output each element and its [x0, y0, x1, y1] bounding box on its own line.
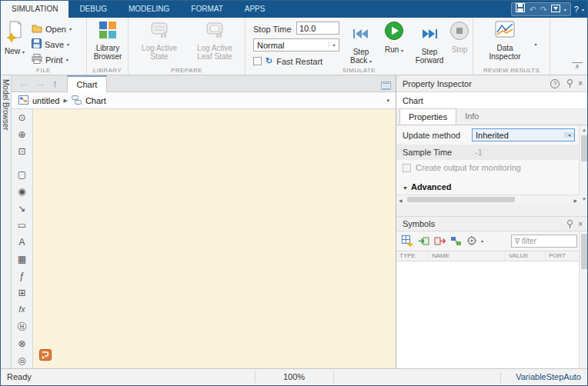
data-inspector-icon — [495, 21, 515, 42]
run-button[interactable]: Run ▾ — [381, 18, 407, 55]
scroll-down-icon[interactable]: ▼ — [580, 197, 588, 201]
panel-help-icon[interactable]: ? — [550, 79, 560, 88]
redo-icon[interactable]: ↷ — [540, 3, 547, 15]
update-method-select[interactable]: Inherited ▾ — [472, 128, 575, 141]
status-solver[interactable]: VariableStepAuto — [516, 369, 581, 385]
symbols-close-icon[interactable]: × — [578, 220, 583, 228]
add-output-data-icon[interactable] — [433, 235, 446, 248]
symbols-pin-icon[interactable] — [566, 220, 573, 228]
truth-table-icon[interactable]: ⊞ — [13, 285, 32, 301]
sample-time-value[interactable]: -1 — [475, 145, 483, 160]
chart-canvas[interactable] — [33, 109, 396, 370]
step-back-button[interactable]: Step Back ▾ — [346, 18, 376, 66]
stop-time-input[interactable] — [296, 22, 339, 35]
monitor-output-checkbox[interactable] — [403, 164, 411, 172]
scroll-right-icon[interactable]: ▶ — [573, 198, 577, 203]
breadcrumb-dropdown-icon[interactable]: ▾ — [386, 98, 389, 104]
panel-close-icon[interactable]: × — [578, 79, 583, 88]
editor-overview-icon[interactable] — [381, 79, 391, 93]
matlab-function-icon[interactable]: fx — [13, 301, 32, 318]
tab-apps[interactable]: APPS — [234, 1, 276, 18]
properties-hscroll-thumb[interactable] — [407, 197, 515, 202]
junction-x-icon[interactable]: ⊗ — [13, 335, 32, 352]
column-value[interactable]: VALUE — [506, 251, 546, 261]
toolbar-options-dropdown-icon[interactable]: ▾ — [582, 7, 584, 12]
properties-vscroll-thumb[interactable] — [581, 135, 588, 161]
nav-back-icon[interactable]: ← — [18, 78, 28, 89]
annotation-icon[interactable]: A — [13, 234, 32, 251]
status-divider — [255, 371, 256, 383]
properties-vertical-scrollbar[interactable]: ▲ ▼ — [579, 125, 588, 204]
entry-junction-icon[interactable]: ◎ — [13, 352, 32, 369]
junction-icon[interactable]: ◉ — [13, 183, 32, 200]
document-tab-chart[interactable]: Chart — [67, 75, 108, 92]
fast-restart-toggle[interactable]: ↻ Fast Restart — [253, 56, 322, 66]
explore-icon[interactable]: ⊙ — [13, 109, 32, 126]
nav-forward-icon[interactable]: → — [35, 78, 45, 89]
log-active-leaf-state-button[interactable]: Log Active Leaf State — [190, 18, 239, 61]
symbols-table-body[interactable] — [396, 261, 580, 370]
tab-info[interactable]: Info — [456, 108, 487, 125]
open-button[interactable]: Open▾ — [32, 22, 72, 35]
collapse-toolstrip-icon[interactable]: ∧ — [572, 62, 583, 72]
data-inspector-dropdown[interactable]: ▾ — [530, 35, 541, 50]
symbols-filter-input[interactable] — [522, 237, 566, 245]
status-zoom[interactable]: 100% — [283, 369, 305, 385]
tab-debug[interactable]: DEBUG — [68, 1, 118, 18]
save-button[interactable]: Save▾ — [32, 38, 69, 51]
symbols-view-dropdown-icon[interactable]: ▾ — [481, 238, 483, 244]
screenshot-icon[interactable] — [551, 3, 560, 15]
symbols-filter[interactable]: ∇ — [511, 235, 577, 248]
zoom-in-icon[interactable]: ⊕ — [13, 126, 32, 143]
fast-restart-checkbox[interactable] — [253, 57, 262, 65]
stateflow-palette: ⊙ ⊕ ⊡ ▢ ◉ ↘ ▭ A ▦ ƒ ⊞ fx Ⓗ ⊗ ◎ — [12, 109, 33, 370]
advanced-section-toggle[interactable]: ▼Advanced — [403, 182, 452, 191]
panel-pin-icon[interactable] — [566, 79, 573, 88]
tab-simulation[interactable]: SIMULATION — [1, 1, 68, 18]
simulation-mode-select[interactable]: Normal ▾ — [253, 38, 339, 52]
column-name[interactable]: NAME — [429, 251, 506, 261]
breadcrumb-chart[interactable]: Chart — [85, 96, 106, 105]
chart-badge-icon[interactable] — [39, 349, 52, 364]
section-review-results: Data Inspector ▾ REVIEW RESULTS — [473, 18, 550, 75]
state-icon[interactable]: ▢ — [13, 166, 32, 183]
tab-modeling[interactable]: MODELING — [118, 1, 180, 18]
stop-button[interactable]: Stop — [449, 18, 470, 54]
tab-format[interactable]: FORMAT — [180, 1, 233, 18]
column-port[interactable]: PORT — [546, 251, 580, 261]
panel-separator — [396, 204, 588, 216]
add-input-data-icon[interactable] — [416, 235, 430, 248]
fit-to-view-icon[interactable]: ⊡ — [13, 143, 32, 160]
add-local-data-icon[interactable] — [449, 235, 463, 248]
print-button[interactable]: Print▾ — [32, 53, 68, 66]
group-view-icon[interactable] — [465, 235, 479, 248]
data-inspector-button[interactable]: Data Inspector — [484, 18, 526, 61]
breadcrumb-model[interactable]: untitled — [32, 96, 59, 105]
image-icon[interactable]: ▦ — [13, 251, 32, 268]
properties-horizontal-scrollbar[interactable]: ◀ ▶ — [396, 195, 580, 204]
add-data-icon[interactable] — [400, 235, 414, 248]
save-icon[interactable] — [516, 3, 525, 15]
help-icon[interactable]: ? — [574, 3, 579, 15]
symbols-vertical-scrollbar[interactable] — [579, 231, 588, 370]
nav-up-icon[interactable]: ↑ — [52, 78, 58, 89]
undo-icon[interactable]: ↶ — [529, 3, 536, 15]
step-forward-button[interactable]: Step Forward — [412, 18, 447, 65]
default-transition-icon[interactable]: ↘ — [13, 200, 32, 217]
scroll-left-icon[interactable]: ◀ — [399, 198, 403, 203]
section-label-library: LIBRARY — [87, 67, 128, 74]
library-browser-button[interactable]: Library Browser — [89, 18, 126, 61]
log-active-state-button[interactable]: Log Active State — [135, 18, 184, 61]
new-button[interactable]: New ▾ — [2, 18, 27, 57]
tab-properties[interactable]: Properties — [399, 108, 456, 125]
toolstrip-ribbon: New ▾ Open▾ Save▾ Print▾ FILE — [1, 18, 587, 75]
library-browser-icon — [99, 21, 117, 42]
box-icon[interactable]: ▭ — [13, 217, 32, 234]
symbols-vscroll-thumb[interactable] — [581, 234, 588, 269]
scroll-up-icon[interactable]: ▲ — [580, 128, 588, 132]
screenshot-dropdown-icon[interactable]: ▾ — [564, 7, 566, 12]
history-junction-icon[interactable]: Ⓗ — [13, 318, 32, 335]
column-type[interactable]: TYPE — [396, 251, 429, 261]
function-icon[interactable]: ƒ — [13, 268, 32, 285]
model-browser-strip[interactable]: Model Browser — [1, 75, 12, 370]
